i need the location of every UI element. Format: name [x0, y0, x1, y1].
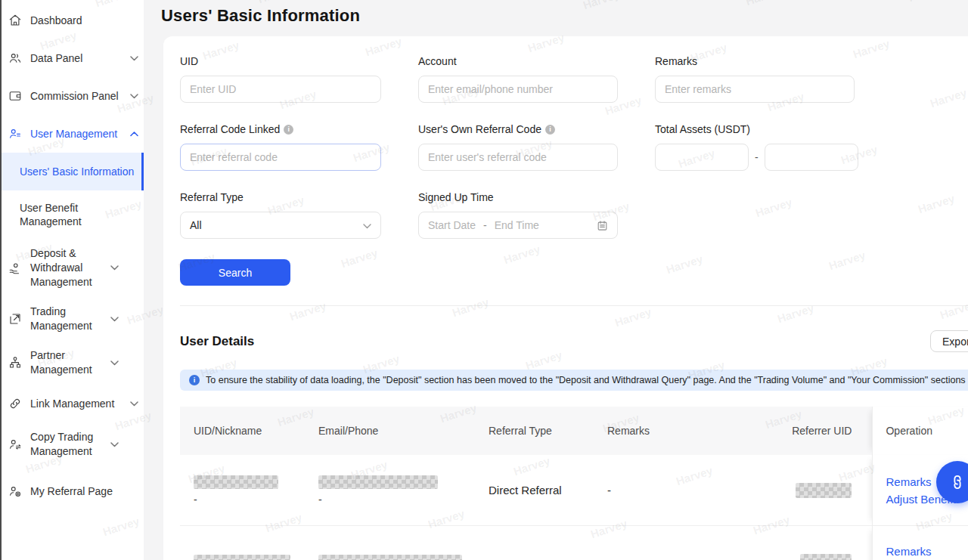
chevron-down-icon	[129, 94, 139, 99]
users-icon	[8, 51, 23, 66]
total-assets-range: -	[655, 144, 855, 171]
signed-up-time-label: Signed Up Time	[418, 191, 618, 203]
sidebar-item-commission-panel[interactable]: Commission Panel	[2, 77, 144, 115]
wallet-icon	[8, 88, 23, 104]
table-row: - - Direct Referral - Remarks Adjust Ben…	[180, 455, 968, 526]
calendar-icon	[597, 220, 608, 231]
details-title: User Details	[180, 334, 254, 349]
cell-remarks: -	[594, 526, 722, 560]
hand-coin-icon	[8, 261, 23, 276]
remarks-input[interactable]	[655, 76, 855, 103]
info-icon[interactable]: i	[545, 125, 555, 135]
uid-input[interactable]	[180, 76, 381, 103]
account-input[interactable]	[418, 76, 618, 103]
sidebar-item-link-management[interactable]: Link Management	[2, 385, 144, 422]
search-button[interactable]: Search	[180, 259, 290, 286]
filter-form: UID Account Remarks Referral Code Linked…	[180, 55, 968, 239]
sidebar-item-deposit-withdrawal-management[interactable]: Deposit & Withdrawal Management	[2, 239, 144, 297]
filter-own-referral-code: User's Own Referral Code i	[418, 123, 618, 171]
user-management-icon	[8, 126, 23, 141]
sidebar-item-partner-management[interactable]: Partner Management	[2, 341, 144, 385]
uid-sub-value: -	[194, 493, 305, 506]
total-assets-label: Total Assets (USDT)	[655, 123, 855, 135]
remarks-action-link[interactable]: Remarks	[886, 543, 968, 560]
chevron-down-icon	[109, 265, 119, 271]
main-content: Users' Basic Information UID Account Rem…	[144, 0, 968, 560]
org-chart-icon	[8, 355, 23, 370]
sidebar-item-copy-trading-management[interactable]: Copy Trading Management	[2, 422, 144, 466]
own-referral-code-label-text: User's Own Referral Code	[418, 123, 541, 135]
col-referrer-uid: Referrer UID	[722, 407, 872, 455]
referral-code-linked-label-text: Referral Code Linked	[180, 123, 280, 135]
referral-code-linked-input[interactable]	[180, 144, 381, 171]
referral-code-linked-label: Referral Code Linked i	[180, 123, 381, 135]
sidebar-item-label: Trading Management	[30, 305, 109, 333]
referral-type-label: Referral Type	[180, 191, 381, 203]
cell-operation: Remarks Adjust Benefit	[872, 526, 968, 560]
cell-referral-type: Direct Referral	[475, 455, 594, 525]
info-icon: i	[189, 375, 200, 385]
date-range-separator: -	[483, 219, 487, 231]
chevron-up-icon	[129, 131, 139, 137]
cell-uid-nickname	[180, 526, 305, 560]
chevron-down-icon	[129, 401, 139, 407]
uid-label: UID	[180, 55, 381, 67]
sidebar-item-label: Copy Trading Management	[30, 430, 109, 459]
page-title: Users' Basic Information	[161, 6, 968, 26]
censored-value	[800, 554, 852, 560]
cell-email-phone	[305, 526, 475, 560]
remarks-label: Remarks	[655, 55, 855, 67]
sidebar-item-user-benefit-management[interactable]: User Benefit Management	[2, 190, 123, 239]
total-assets-max-input[interactable]	[765, 144, 858, 171]
export-button[interactable]: Export	[930, 330, 968, 352]
sidebar-item-label: Dashboard	[30, 14, 139, 28]
sidebar-item-users-basic-information[interactable]: Users' Basic Information	[2, 153, 144, 190]
sidebar-item-my-referral-page[interactable]: My Referral Page	[2, 472, 144, 510]
col-operation: Operation	[872, 407, 968, 455]
sidebar-item-label: Deposit & Withdrawal Management	[30, 246, 109, 289]
app-window: Dashboard Data Panel Commission Panel	[0, 0, 968, 560]
sidebar-item-label: Partner Management	[30, 348, 109, 377]
censored-value	[318, 475, 438, 489]
account-label: Account	[418, 55, 618, 67]
own-referral-code-label: User's Own Referral Code i	[418, 123, 618, 135]
email-sub-value: -	[318, 493, 475, 506]
col-remarks: Remarks	[594, 407, 722, 455]
filter-referral-type: Referral Type All	[180, 191, 381, 239]
info-icon[interactable]: i	[284, 125, 293, 135]
cell-remarks: -	[594, 455, 722, 525]
chevron-down-icon	[129, 56, 139, 61]
sidebar: Dashboard Data Panel Commission Panel	[0, 0, 144, 560]
censored-value	[796, 483, 852, 498]
chevron-down-icon	[363, 219, 371, 231]
sidebar-item-label: My Referral Page	[30, 484, 139, 499]
cell-referral-type: Direct Referral	[475, 526, 594, 560]
col-uid-nickname: UID/Nickname	[180, 407, 305, 455]
sidebar-item-dashboard[interactable]: Dashboard	[2, 2, 144, 39]
own-referral-code-input[interactable]	[418, 144, 618, 171]
censored-value	[194, 475, 278, 489]
filter-uid: UID	[180, 55, 381, 103]
sidebar-item-user-management[interactable]: User Management	[2, 115, 144, 153]
referral-type-select[interactable]: All	[180, 212, 381, 239]
table-header-row: UID/Nickname Email/Phone Referral Type R…	[180, 407, 968, 455]
col-referral-type: Referral Type	[475, 407, 594, 455]
cell-referrer-uid	[722, 455, 872, 525]
sidebar-item-label: User Management	[30, 127, 129, 141]
referral-type-value: All	[190, 219, 202, 231]
section-divider	[180, 305, 968, 306]
total-assets-min-input[interactable]	[655, 144, 749, 171]
cell-uid-nickname: -	[180, 455, 305, 525]
link-icon	[8, 396, 23, 411]
content-card: UID Account Remarks Referral Code Linked…	[163, 36, 968, 560]
filter-account: Account	[418, 55, 618, 103]
signed-up-time-range-picker[interactable]: Start Date - End Time	[418, 212, 618, 239]
sidebar-item-trading-management[interactable]: Trading Management	[2, 297, 144, 341]
censored-value	[318, 555, 462, 560]
notice-banner: i To ensure the stability of data loadin…	[180, 370, 968, 391]
censored-value	[194, 555, 290, 560]
sidebar-item-label: Commission Panel	[30, 89, 129, 104]
user-plus-icon	[8, 484, 23, 499]
sidebar-item-data-panel[interactable]: Data Panel	[2, 39, 144, 77]
notice-text: To ensure the stability of data loading,…	[206, 375, 968, 385]
